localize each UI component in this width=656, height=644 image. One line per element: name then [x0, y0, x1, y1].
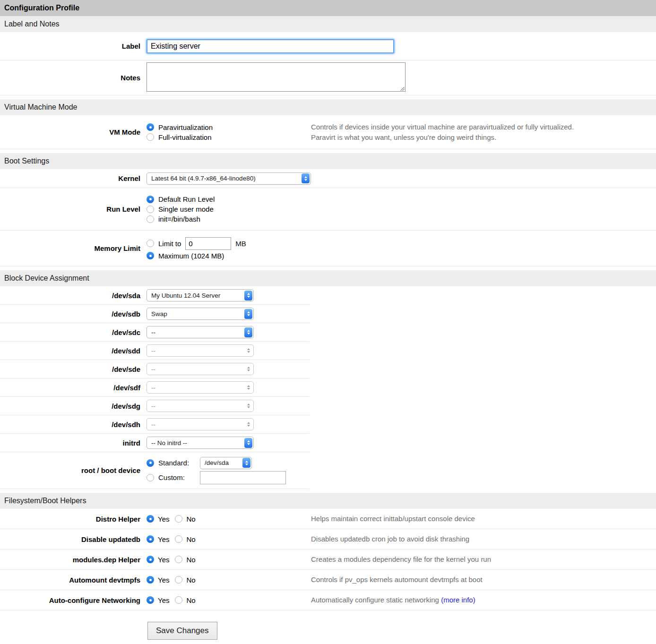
vm-mode-paravirtualization-radio[interactable] [147, 123, 154, 131]
notes-row: Notes [0, 60, 656, 95]
vm-mode-paravirtualization-label: Paravirtualization [158, 123, 213, 131]
vm-mode-full-virtualization-radio[interactable] [147, 133, 154, 141]
vm-mode-help-text: Controls if devices inside your virtual … [311, 122, 656, 143]
disable-updatedb-no-radio[interactable] [175, 535, 182, 543]
dev-sdc-label: /dev/sdc [0, 328, 140, 336]
more-info-link[interactable]: (more info) [441, 596, 475, 604]
label-field-label: Label [0, 42, 140, 50]
dev-sdd-row: /dev/sdd -- [0, 342, 310, 360]
vm-mode-label: VM Mode [0, 128, 140, 136]
dev-sda-select-value: My Ubuntu 12.04 Server [147, 292, 244, 299]
distro-helper-help-text: Helps maintain correct inittab/upstart c… [311, 514, 656, 524]
dev-sde-label: /dev/sde [0, 365, 140, 373]
dev-sdf-row: /dev/sdf -- [0, 378, 310, 397]
dev-sde-select: -- [147, 363, 254, 375]
dev-sdd-select-value: -- [147, 347, 244, 354]
dev-sde-row: /dev/sde -- [0, 360, 310, 378]
memory-limit-unit: MB [235, 240, 246, 248]
chevron-up-down-icon [244, 420, 252, 429]
root-device-select[interactable]: /dev/sda [200, 457, 252, 469]
dev-sdh-select: -- [147, 418, 254, 430]
chevron-up-down-icon [242, 458, 250, 468]
label-input[interactable] [147, 39, 394, 53]
dev-sdf-label: /dev/sdf [0, 384, 140, 392]
root-device-standard-radio[interactable] [147, 459, 154, 467]
root-boot-device-row: root / boot device Standard: /dev/sda Cu… [0, 452, 310, 489]
modules-dep-helper-yes-radio[interactable] [147, 556, 154, 563]
memory-maximum-label: Maximum (1024 MB) [158, 252, 224, 260]
dev-sdb-row: /dev/sdb Swap [0, 305, 310, 323]
root-device-custom-input[interactable] [200, 471, 286, 484]
kernel-label: Kernel [0, 174, 140, 182]
dev-sdc-select[interactable]: -- [147, 326, 254, 338]
memory-limit-input[interactable] [185, 237, 231, 250]
disable-updatedb-yes-radio[interactable] [147, 535, 154, 543]
automount-devtmpfs-no-radio[interactable] [175, 576, 182, 584]
dev-sdh-row: /dev/sdh -- [0, 415, 310, 434]
modules-dep-helper-row: modules.dep Helper Yes No Creates a modu… [0, 550, 656, 570]
initrd-select[interactable]: -- No initrd -- [147, 437, 254, 449]
auto-configure-networking-yes-radio[interactable] [147, 596, 154, 604]
initrd-label: initrd [0, 439, 140, 447]
section-header-virtual-machine-mode: Virtual Machine Mode [0, 99, 656, 115]
auto-configure-networking-no-radio[interactable] [175, 596, 182, 604]
dev-sdg-label: /dev/sdg [0, 402, 140, 410]
run-level-init-bash-label: init=/bin/bash [158, 215, 200, 223]
section-header-block-device-assignment: Block Device Assignment [0, 270, 656, 286]
run-level-single-user-label: Single user mode [158, 205, 214, 213]
no-label: No [186, 535, 195, 543]
vm-mode-full-virtualization-label: Full-virtualization [158, 133, 212, 141]
auto-configure-networking-label: Auto-configure Networking [0, 596, 140, 604]
distro-helper-no-radio[interactable] [175, 515, 182, 523]
root-device-select-value: /dev/sda [200, 459, 242, 466]
chevron-up-down-icon [244, 438, 252, 448]
vm-mode-row: VM Mode Paravirtualization Full-virtuali… [0, 115, 656, 149]
dev-sde-select-value: -- [147, 366, 244, 373]
dev-sdb-select[interactable]: Swap [147, 308, 254, 320]
yes-label: Yes [158, 576, 169, 584]
chevron-up-down-icon [302, 173, 310, 183]
auto-configure-networking-row: Auto-configure Networking Yes No Automat… [0, 590, 656, 610]
no-label: No [186, 515, 195, 523]
dev-sdc-select-value: -- [147, 329, 244, 336]
modules-dep-helper-no-radio[interactable] [175, 556, 182, 563]
dev-sdb-select-value: Swap [147, 310, 244, 318]
memory-maximum-radio[interactable] [147, 252, 154, 259]
notes-textarea[interactable] [147, 62, 406, 92]
dev-sdc-row: /dev/sdc -- [0, 323, 310, 342]
distro-helper-row: Distro Helper Yes No Helps maintain corr… [0, 509, 656, 529]
memory-limit-to-radio[interactable] [147, 240, 154, 247]
memory-limit-label: Memory Limit [0, 244, 140, 252]
save-area: Save Changes [0, 622, 656, 640]
yes-label: Yes [158, 535, 169, 543]
run-level-default-radio[interactable] [147, 196, 154, 203]
dev-sdh-select-value: -- [147, 421, 244, 428]
no-label: No [186, 556, 195, 564]
run-level-single-user-radio[interactable] [147, 206, 154, 213]
root-device-custom-label: Custom: [158, 473, 200, 481]
automount-devtmpfs-label: Automount devtmpfs [0, 576, 140, 584]
kernel-select[interactable]: Latest 64 bit (4.9.7-x86_64-linode80) [147, 172, 311, 185]
initrd-row: initrd -- No initrd -- [0, 434, 310, 452]
chevron-up-down-icon [244, 364, 252, 374]
dev-sda-select[interactable]: My Ubuntu 12.04 Server [147, 289, 254, 301]
yes-label: Yes [158, 515, 169, 523]
run-level-init-bash-radio[interactable] [147, 215, 154, 223]
dev-sdf-select-value: -- [147, 384, 244, 391]
root-boot-device-label: root / boot device [0, 466, 140, 474]
chevron-up-down-icon [244, 327, 252, 337]
modules-dep-helper-help-text: Creates a modules dependency file for th… [311, 554, 656, 565]
kernel-row: Kernel Latest 64 bit (4.9.7-x86_64-linod… [0, 169, 656, 188]
notes-field-label: Notes [0, 74, 140, 82]
dev-sdh-label: /dev/sdh [0, 421, 140, 429]
automount-devtmpfs-yes-radio[interactable] [147, 576, 154, 584]
section-header-filesystem-boot-helpers: Filesystem/Boot Helpers [0, 493, 656, 509]
page-title: Configuration Profile [0, 0, 656, 16]
dev-sda-label: /dev/sda [0, 292, 140, 300]
initrd-select-value: -- No initrd -- [147, 439, 244, 447]
no-label: No [186, 576, 195, 584]
save-changes-button[interactable]: Save Changes [147, 622, 217, 640]
distro-helper-yes-radio[interactable] [147, 515, 154, 523]
root-device-custom-radio[interactable] [147, 474, 154, 481]
dev-sdd-select: -- [147, 344, 254, 357]
